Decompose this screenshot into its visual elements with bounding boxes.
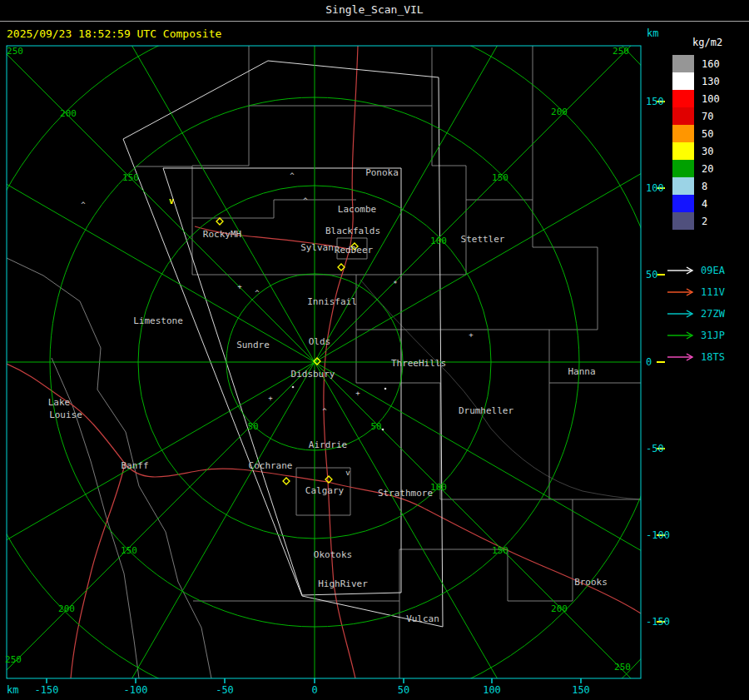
boundarie-path <box>52 358 139 678</box>
town-marker-icon: ^ <box>303 196 308 205</box>
station-arrow-icon <box>666 330 696 340</box>
scale-row-8: 8 <box>672 177 749 195</box>
scale-value: 70 <box>702 111 713 122</box>
scale-row-4: 4 <box>672 195 749 212</box>
boundarie-path <box>296 468 350 515</box>
town-marker-icon <box>384 388 387 390</box>
boundarie-path <box>80 301 211 678</box>
scale-swatch <box>672 212 694 230</box>
boundarie-path <box>432 106 466 275</box>
boundarie-path <box>399 549 508 601</box>
scale-value: 160 <box>702 58 720 70</box>
station-arrow-icon <box>666 309 696 319</box>
scale-swatch <box>672 107 694 125</box>
radar-map[interactable]: ^^^+^*++^+vv <box>0 0 749 700</box>
legend-panel: kg/m2 16013010070503020842 09EA111V27ZW3… <box>666 33 749 368</box>
road-path <box>195 226 353 250</box>
scale-row-130: 130 <box>672 72 749 90</box>
station-id: 18TS <box>701 351 725 363</box>
station-id: 111V <box>701 286 725 298</box>
scale-swatch <box>672 90 694 107</box>
scale-value: 50 <box>702 128 713 140</box>
town-marker-icon: + <box>469 330 474 339</box>
radar-app-window: Single_Scan_VIL 2025/09/23 18:52:59 UTC … <box>0 0 749 700</box>
boundarie-path <box>249 46 432 106</box>
boundarie-path <box>360 280 641 499</box>
scale-row-2: 2 <box>672 212 749 230</box>
station-id: 09EA <box>701 265 725 276</box>
legend-unit-label: kg/m2 <box>692 37 749 48</box>
station-id: 31JP <box>701 330 725 341</box>
town-marker-icon: ^ <box>322 407 327 415</box>
scale-value: 4 <box>702 198 707 210</box>
scale-swatch <box>672 72 694 90</box>
town-marker-icon: ^ <box>255 289 260 297</box>
right-axis-ticks <box>657 102 665 622</box>
station-list: 09EA111V27ZW31JP18TS <box>666 260 749 368</box>
scale-row-70: 70 <box>672 107 749 125</box>
scale-value: 130 <box>702 76 720 87</box>
bottom-axis-ticks <box>47 678 581 683</box>
town-marker-icon: ^ <box>81 201 86 209</box>
scale-row-100: 100 <box>672 90 749 107</box>
scale-swatch <box>672 177 694 195</box>
scale-row-20: 20 <box>672 160 749 177</box>
town-marker-icon <box>382 429 384 431</box>
station-row-27ZW: 27ZW <box>666 303 749 325</box>
airport-marker-icon <box>216 218 223 225</box>
town-marker-icon: ^ <box>290 171 295 180</box>
scale-row-160: 160 <box>672 55 749 72</box>
boundarie-path <box>337 238 367 259</box>
town-marker-icon: * <box>393 280 397 288</box>
boundarie-path <box>356 330 440 499</box>
scale-value: 2 <box>702 216 707 227</box>
scale-swatch <box>672 55 694 72</box>
wind-marker-icon: v <box>169 196 174 206</box>
scale-value: 30 <box>702 146 713 157</box>
map-markers: ^^^+^*++^+vv <box>81 171 474 484</box>
boundarie-path <box>440 499 573 549</box>
road-path <box>328 482 641 613</box>
station-arrow-icon <box>666 266 696 276</box>
road-path <box>71 464 125 678</box>
scale-row-50: 50 <box>672 125 749 142</box>
station-arrow-icon <box>666 287 696 297</box>
town-marker-icon: + <box>355 389 360 397</box>
town-marker-icon <box>292 386 295 389</box>
airport-marker-icon <box>283 478 290 484</box>
scale-swatch <box>672 160 694 177</box>
station-row-09EA: 09EA <box>666 260 749 281</box>
town-marker-icon: v <box>345 469 350 477</box>
range-rings-and-spokes <box>0 0 749 700</box>
town-marker-icon: + <box>268 394 273 402</box>
scale-value: 100 <box>702 93 720 105</box>
boundarie-path <box>192 106 249 275</box>
scale-swatch <box>672 195 694 212</box>
airport-marker-icon <box>351 243 358 250</box>
station-row-18TS: 18TS <box>666 346 749 368</box>
scale-row-30: 30 <box>672 142 749 160</box>
scale-value: 8 <box>702 181 707 192</box>
scale-value: 20 <box>702 163 713 175</box>
station-id: 27ZW <box>701 308 725 320</box>
town-marker-icon: + <box>237 282 242 290</box>
scale-swatch <box>672 125 694 142</box>
station-arrow-icon <box>666 352 696 362</box>
scale-swatch <box>672 142 694 160</box>
color-scale: 16013010070503020842 <box>666 55 749 230</box>
station-row-31JP: 31JP <box>666 325 749 346</box>
station-row-111V: 111V <box>666 281 749 303</box>
